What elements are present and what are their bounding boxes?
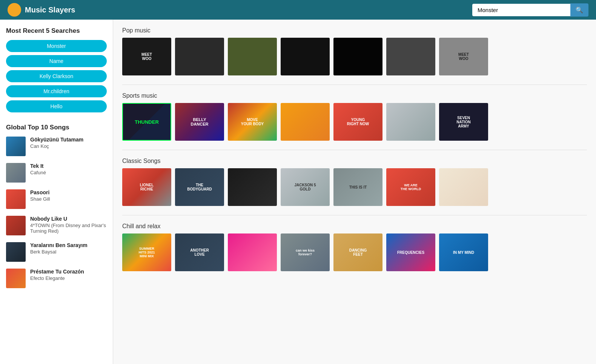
recent-search-item[interactable]: Kelly Clarkson (6, 70, 107, 82)
album-card[interactable]: SEVENNATIONARMY (439, 103, 488, 141)
song-item[interactable]: Nobody Like U 4*TOWN (From Disney and Pi… (6, 216, 107, 235)
logo-area: Music Slayers (8, 3, 465, 17)
album-card[interactable] (439, 168, 488, 206)
category-sports: Sports music THUNDER BELLYDANCER MOVEYOU… (122, 92, 587, 141)
song-item[interactable]: Pasoori Shae Gill (6, 189, 107, 209)
album-art: IN MY MIND (439, 233, 488, 271)
album-card[interactable]: MEETWOO (439, 38, 488, 75)
song-info: Préstame Tu Corazón Efecto Elegante (30, 269, 84, 281)
album-card[interactable]: WE ARETHE WORLD (386, 168, 435, 206)
category-title-chill: Chill and relax (122, 223, 587, 230)
top-songs-title: Global Top 10 Songs (6, 124, 107, 131)
app-title: Music Slayers (25, 6, 75, 14)
album-card[interactable] (386, 103, 435, 141)
album-card[interactable] (228, 233, 277, 271)
album-art: YOUNGRIGHT NOW (333, 103, 382, 141)
album-art (386, 38, 435, 75)
song-title: Pasoori (30, 189, 50, 195)
recent-searches-list: Monster Name Kelly Clarkson Mr.children … (6, 40, 107, 112)
album-card[interactable]: can we kissforever? (281, 233, 330, 271)
song-item[interactable]: Yaralarını Ben Sarayım Berk Baysal (6, 242, 107, 262)
album-art (281, 38, 330, 75)
album-card[interactable] (228, 168, 277, 206)
album-art: can we kissforever? (281, 233, 330, 271)
song-item[interactable]: Gökyüzünü Tutamam Can Koç (6, 137, 107, 156)
album-card[interactable]: ANOTHERLOVE (175, 233, 224, 271)
search-button[interactable]: 🔍 (570, 3, 588, 17)
album-card[interactable]: THIS IS IT (333, 168, 382, 206)
divider (122, 150, 587, 150)
album-art: BELLYDANCER (175, 103, 224, 141)
album-art: WE ARETHE WORLD (386, 168, 435, 206)
song-title: Yaralarını Ben Sarayım (30, 242, 88, 248)
album-art: JACKSON 5GOLD (281, 168, 330, 206)
song-info: Pasoori Shae Gill (30, 189, 50, 202)
album-card[interactable]: IN MY MIND (439, 233, 488, 271)
song-info: Gökyüzünü Tutamam Can Koç (30, 137, 83, 149)
album-card[interactable] (333, 38, 382, 75)
album-card[interactable]: THUNDER (122, 103, 171, 141)
album-card[interactable]: YOUNGRIGHT NOW (333, 103, 382, 141)
album-card[interactable] (175, 38, 224, 75)
album-card[interactable]: THEBODYGUARD (175, 168, 224, 206)
album-card[interactable] (386, 38, 435, 75)
album-art (386, 103, 435, 141)
category-title-classic: Classic Songs (122, 158, 587, 164)
song-thumbnail (6, 189, 26, 209)
song-artist: 4*TOWN (From Disney and Pixar's Turning … (30, 223, 107, 234)
album-art (228, 168, 277, 206)
divider (122, 215, 587, 215)
recent-searches-title: Most Recent 5 Searches (6, 27, 107, 35)
album-art (175, 38, 224, 75)
song-artist: Can Koç (30, 143, 83, 149)
album-row-sports: THUNDER BELLYDANCER MOVEYOUR BODY YOUNGR… (122, 103, 587, 141)
album-card[interactable]: SUMMERHITS 2021MINI MIX (122, 233, 171, 271)
sidebar: Most Recent 5 Searches Monster Name Kell… (0, 20, 113, 364)
album-card[interactable]: LIONELRICHIE (122, 168, 171, 206)
recent-search-item[interactable]: Name (6, 55, 107, 67)
album-card[interactable]: MEETWOO (122, 38, 171, 75)
song-title: Préstame Tu Corazón (30, 269, 84, 275)
album-art: THEBODYGUARD (175, 168, 224, 206)
song-info: Tek It Cafuné (30, 163, 46, 175)
song-item[interactable]: Tek It Cafuné (6, 163, 107, 183)
album-card[interactable] (281, 38, 330, 75)
album-art: MEETWOO (439, 38, 488, 75)
recent-search-item[interactable]: Monster (6, 40, 107, 52)
song-info: Nobody Like U 4*TOWN (From Disney and Pi… (30, 216, 107, 234)
album-art: LIONELRICHIE (122, 168, 171, 206)
album-row-pop: MEETWOO MEETWOO (122, 38, 587, 75)
recent-search-item[interactable]: Hello (6, 100, 107, 112)
album-art: THIS IS IT (333, 168, 382, 206)
category-title-pop: Pop music (122, 27, 587, 34)
album-card[interactable] (228, 38, 277, 75)
album-card[interactable]: BELLYDANCER (175, 103, 224, 141)
divider (122, 84, 587, 85)
album-row-chill: SUMMERHITS 2021MINI MIX ANOTHERLOVE can … (122, 233, 587, 271)
song-title: Nobody Like U (30, 216, 107, 222)
album-card[interactable] (281, 103, 330, 141)
album-art: FREQUENCIES (386, 233, 435, 271)
album-card[interactable]: FREQUENCIES (386, 233, 435, 271)
song-thumbnail (6, 137, 26, 156)
song-thumbnail (6, 269, 26, 288)
song-title: Tek It (30, 163, 46, 169)
album-art: DANCINGFEET (333, 233, 382, 271)
category-chill: Chill and relax SUMMERHITS 2021MINI MIX … (122, 223, 587, 271)
album-art (281, 103, 330, 141)
recent-search-item[interactable]: Mr.children (6, 85, 107, 97)
album-card[interactable]: JACKSON 5GOLD (281, 168, 330, 206)
layout: Most Recent 5 Searches Monster Name Kell… (0, 20, 596, 364)
album-card[interactable]: MOVEYOUR BODY (228, 103, 277, 141)
logo-icon (8, 3, 21, 17)
album-art (333, 38, 382, 75)
album-art: MOVEYOUR BODY (228, 103, 277, 141)
song-thumbnail (6, 163, 26, 183)
main-content: Pop music MEETWOO (113, 20, 596, 364)
album-art: SEVENNATIONARMY (439, 103, 488, 141)
album-card[interactable]: DANCINGFEET (333, 233, 382, 271)
song-item[interactable]: Préstame Tu Corazón Efecto Elegante (6, 269, 107, 288)
search-input[interactable] (472, 4, 570, 16)
song-title: Gökyüzünü Tutamam (30, 137, 83, 143)
category-classic: Classic Songs LIONELRICHIE THEBODYGUARD … (122, 158, 587, 206)
